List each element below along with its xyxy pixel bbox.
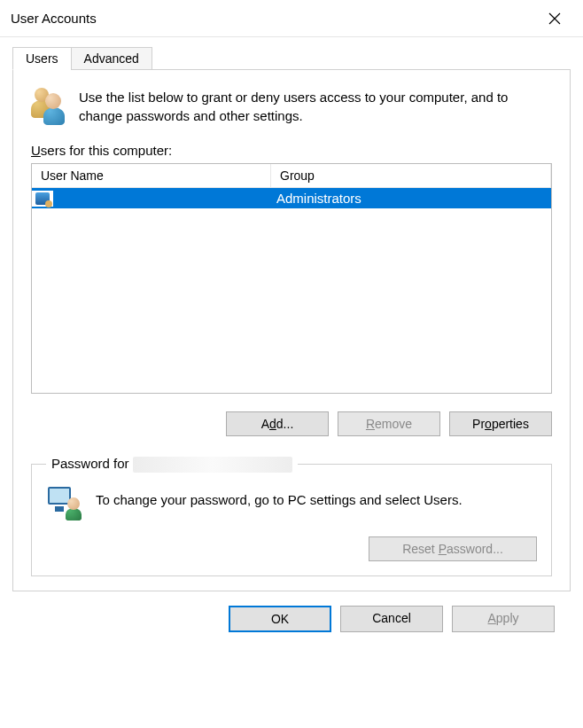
password-icon: [46, 485, 82, 521]
titlebar: User Accounts: [0, 0, 583, 37]
user-entry-icon: [35, 192, 50, 205]
window-title: User Accounts: [11, 11, 97, 26]
cell-username: [53, 196, 271, 201]
cell-group: Administrators: [271, 188, 551, 208]
dialog-button-row: OK Cancel Apply: [12, 591, 571, 648]
password-text: To change your password, go to PC settin…: [96, 485, 463, 507]
close-icon[interactable]: [540, 4, 569, 33]
reset-password-button: Reset Password...: [369, 536, 537, 561]
list-label: Users for this computer:: [31, 143, 552, 158]
ok-button[interactable]: OK: [229, 606, 331, 632]
column-header-username[interactable]: User Name: [32, 164, 271, 187]
add-button[interactable]: Add...: [226, 411, 329, 436]
password-groupbox: Password for To change your password, go…: [31, 456, 552, 576]
redacted-username: [133, 457, 292, 473]
password-legend: Password for: [46, 456, 298, 473]
tab-advanced[interactable]: Advanced: [71, 47, 152, 70]
tab-panel-users: Use the list below to grant or deny user…: [12, 69, 571, 591]
column-header-group[interactable]: Group: [271, 164, 551, 187]
tab-users[interactable]: Users: [12, 47, 72, 70]
intro-text: Use the list below to grant or deny user…: [79, 88, 552, 125]
user-buttons-row: Add... Remove Properties: [31, 411, 552, 436]
users-listview[interactable]: User Name Group Administrators: [31, 163, 552, 394]
intro-row: Use the list below to grant or deny user…: [31, 88, 552, 125]
tab-strip: Users Advanced: [12, 47, 571, 70]
properties-button[interactable]: Properties: [449, 411, 552, 436]
apply-button: Apply: [452, 606, 555, 632]
list-header: User Name Group: [32, 164, 551, 188]
remove-button: Remove: [338, 411, 440, 436]
cancel-button[interactable]: Cancel: [340, 606, 443, 632]
table-row[interactable]: Administrators: [32, 188, 551, 208]
users-icon: [31, 88, 66, 123]
